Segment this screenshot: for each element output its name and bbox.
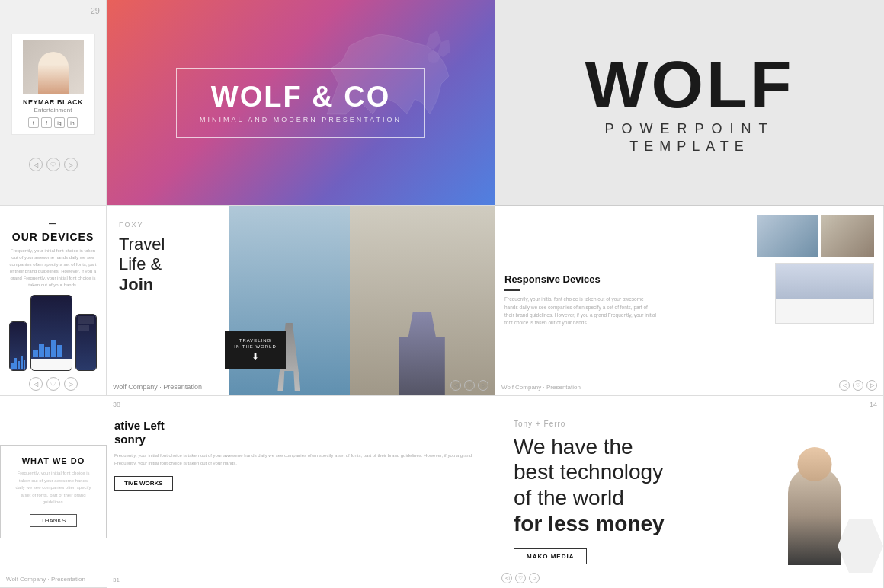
responsive-divider	[504, 289, 520, 291]
chart-bar	[33, 350, 38, 357]
responsive-images	[693, 215, 875, 386]
technology-slide: 14 Tony + Ferro We have the best technol…	[495, 396, 884, 588]
nav-dot[interactable]: ▷	[478, 380, 488, 391]
chart-bar	[24, 360, 26, 369]
wolf-company-label: Wolf Company · Presentation	[6, 576, 85, 583]
responsive-title: Responsive Devices	[504, 273, 686, 285]
creative-body: Frequently, your initial font choice is …	[114, 452, 487, 467]
linkedin-icon[interactable]: in	[67, 117, 78, 128]
slide-page-label: 31	[113, 577, 120, 583]
nav-dot[interactable]: ▷	[529, 573, 540, 583]
nav-dot[interactable]: ◁	[29, 377, 43, 391]
nav-dot[interactable]: ▷	[866, 380, 877, 391]
wolf-company-label: Wolf Company · Presentation	[113, 383, 202, 391]
nav-dot[interactable]: ◁	[450, 380, 461, 391]
wolf-company-label: Wolf Company · Presentation	[501, 384, 581, 391]
devices-mockups	[9, 295, 97, 371]
responsive-body: Frequently, your initial font choice is …	[504, 296, 657, 328]
chart-bar	[51, 340, 56, 357]
mako-button[interactable]: MAKO MEDIA	[514, 548, 587, 564]
instagram-icon[interactable]: ig	[54, 117, 65, 128]
responsive-slide: Responsive Devices Frequently, your init…	[495, 206, 884, 396]
chart-bar	[57, 345, 62, 357]
nav-dots: ◁ ♡ ▷	[839, 380, 877, 391]
thanks-button[interactable]: THANKS	[30, 514, 77, 527]
monitor-mockup	[775, 263, 874, 324]
facebook-icon[interactable]: f	[41, 117, 52, 128]
nav-dots: ◁ ♡ ▷	[29, 158, 78, 171]
nav-dot[interactable]: ♡	[464, 380, 475, 391]
social-icons: t f ig in	[28, 117, 78, 128]
church-icon	[399, 312, 445, 395]
responsive-text-content: Responsive Devices Frequently, your init…	[504, 215, 686, 386]
company-label: Tony + Ferro	[514, 420, 865, 428]
what-we-do-slide: WHAT WE DO Frequently, your initial font…	[0, 396, 107, 588]
person-figure	[38, 52, 69, 94]
creative-works-button[interactable]: TIVE WORKS	[114, 476, 173, 491]
tablet-mockup	[30, 295, 72, 371]
phone-screen-2	[76, 315, 96, 370]
devices-body: Frequently, your initial font choice is …	[9, 248, 97, 289]
wolf-subheading-1: POWERPOINT	[604, 121, 774, 137]
nav-dot[interactable]: ◁	[839, 380, 850, 391]
overlay-text-line1: TRAVELING	[239, 337, 272, 344]
nav-dot[interactable]: ◁	[501, 573, 512, 583]
person-head	[798, 447, 832, 481]
what-title: WHAT WE DO	[14, 456, 92, 465]
hero-title: WOLF & CO	[200, 82, 402, 111]
nav-dot[interactable]: ▷	[64, 377, 78, 391]
what-box: WHAT WE DO Frequently, your initial font…	[0, 445, 107, 538]
travel-content-left: FOXY Travel Life & Join	[107, 206, 229, 395]
person-card: NEYMAR BLACK Entertainment t f ig in	[11, 34, 95, 135]
slide-nav-label: ◁ ♡ ▷	[501, 573, 540, 583]
chart-bar	[14, 358, 17, 369]
slide-number: 29	[91, 6, 100, 15]
travel-overlay: TRAVELING IN THE WORLD ⬇	[225, 331, 286, 369]
chart-bar	[18, 361, 20, 369]
tech-person-figure	[777, 466, 853, 588]
wolf-text-panel: WOLF POWERPOINT TEMPLATE	[495, 0, 884, 206]
travel-slide: FOXY Travel Life & Join TRAVELING IN THE…	[107, 206, 495, 396]
person-name: NEYMAR BLACK	[23, 98, 83, 106]
devices-title: OUR DEVICES	[9, 219, 97, 243]
person-role: Entertainment	[34, 107, 72, 113]
twitter-icon[interactable]: t	[28, 117, 39, 128]
slide-nav: ◁ ♡ ▷	[9, 377, 97, 391]
chart-bars	[11, 353, 25, 369]
nav-dot[interactable]: ♡	[853, 380, 863, 391]
chart-bar	[11, 363, 14, 369]
hero-subtitle: MINIMAL AND MODERN PRESENTATION	[200, 116, 402, 123]
nav-dot-heart[interactable]: ♡	[46, 158, 60, 171]
photo-row	[757, 215, 874, 257]
slide-thumbnail-left: 29 NEYMAR BLACK Entertainment t f ig in …	[0, 0, 107, 206]
device-photo-1	[757, 215, 818, 257]
device-photo-2	[821, 215, 874, 257]
overlay-text-line2: IN THE WORLD	[234, 344, 277, 350]
nav-dot-prev[interactable]: ◁	[29, 158, 43, 171]
person-photo	[23, 40, 84, 94]
travel-brand: FOXY	[119, 221, 216, 228]
person-body	[788, 466, 841, 565]
nav-dot-next[interactable]: ▷	[64, 158, 78, 171]
creative-content: ative Left sonry Frequently, your initia…	[114, 419, 487, 467]
slide-number: 14	[870, 401, 877, 408]
slide-number: 38	[113, 401, 120, 408]
chart-bar	[45, 347, 50, 357]
nav-dot[interactable]: ♡	[515, 573, 526, 583]
hero-slide: WOLF & CO MINIMAL AND MODERN PRESENTATIO…	[107, 0, 495, 206]
creative-slide: 38 ative Left sonry Frequently, your ini…	[107, 396, 495, 588]
wolf-subheading-2: TEMPLATE	[629, 139, 750, 155]
creative-title: ative Left sonry	[114, 419, 487, 446]
chart-bars	[33, 342, 62, 357]
travel-church-image	[350, 206, 495, 395]
devices-slide: OUR DEVICES Frequently, your initial fon…	[0, 206, 107, 396]
nav-dot[interactable]: ♡	[46, 377, 60, 391]
download-icon: ⬇	[251, 351, 259, 362]
slide-nav-travel: Wolf Company · Presentation	[113, 383, 202, 391]
phone-mockup-2	[75, 314, 97, 371]
tablet-screen	[31, 296, 72, 359]
chart-bar	[39, 344, 44, 357]
what-body: Frequently, your initial font choice is …	[14, 470, 92, 507]
chart-bar	[21, 356, 23, 369]
phone-mockup	[9, 321, 27, 371]
